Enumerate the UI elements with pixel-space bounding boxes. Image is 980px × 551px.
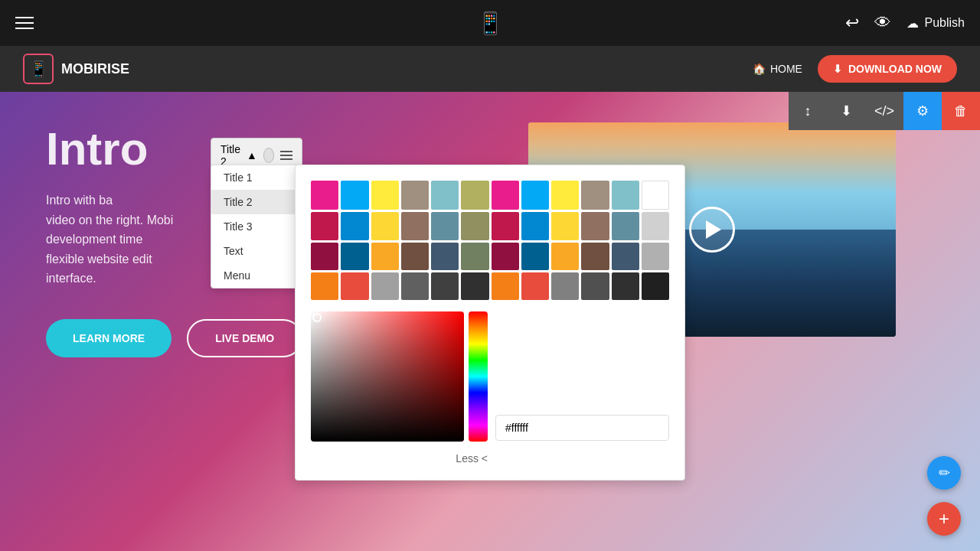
download-label: DOWNLOAD NOW [848, 63, 942, 75]
swatch[interactable] [521, 272, 549, 300]
move-icon-button[interactable]: ↕ [789, 92, 827, 130]
swatch[interactable] [461, 272, 488, 300]
swatch[interactable] [492, 243, 519, 270]
phone-icon: 📱 [477, 11, 504, 36]
swatch[interactable] [612, 243, 639, 270]
swatch[interactable] [581, 243, 609, 270]
dropdown-arrow-icon: ▲ [247, 149, 257, 161]
learn-more-button[interactable]: LEARN MORE [46, 319, 172, 357]
nav-bar: 📱 MOBIRISE 🏠 HOME ⬇ DOWNLOAD NOW [0, 46, 980, 92]
hex-input[interactable] [495, 415, 669, 441]
swatch[interactable] [371, 272, 399, 300]
swatch[interactable] [551, 243, 579, 270]
top-bar-right: ↩ 👁 ☁ Publish [845, 13, 965, 33]
swatch[interactable] [551, 181, 579, 210]
swatch[interactable] [371, 243, 399, 270]
main-content: Intro Intro with ba video on the right. … [0, 92, 980, 551]
download-icon: ⬇ [833, 63, 842, 75]
play-triangle-icon [706, 220, 721, 239]
swatch-white[interactable] [642, 181, 669, 210]
download-button[interactable]: ⬇ DOWNLOAD NOW [818, 55, 957, 83]
preview-icon[interactable]: 👁 [874, 13, 891, 33]
swatch[interactable] [642, 272, 669, 300]
swatch[interactable] [642, 212, 669, 240]
edit-pencil-icon: ✏ [939, 465, 950, 481]
swatch[interactable] [461, 212, 488, 240]
logo-icon: 📱 [23, 54, 54, 84]
top-bar-left [15, 17, 34, 29]
color-picker-panel: Less < [295, 165, 685, 481]
delete-icon-button[interactable]: 🗑 [942, 92, 980, 130]
swatch[interactable] [341, 212, 368, 240]
align-icon[interactable] [280, 151, 292, 160]
dropdown-wrapper: Title 2 ▲ Title 1 Title 2 Title 3 Text M… [211, 138, 302, 173]
swatch[interactable] [401, 243, 429, 270]
edit-fab-button[interactable]: ✏ [927, 456, 961, 490]
settings-icon-button[interactable]: ⚙ [903, 92, 942, 130]
swatch[interactable] [311, 243, 338, 270]
swatch[interactable] [551, 272, 579, 300]
swatch[interactable] [581, 181, 609, 210]
swatch[interactable] [461, 243, 488, 270]
live-demo-button[interactable]: LIVE DEMO [187, 319, 302, 357]
download-icon-button[interactable]: ⬇ [827, 92, 865, 130]
swatch[interactable] [341, 243, 368, 270]
publish-label: Publish [925, 16, 965, 30]
top-bar-center: 📱 [477, 11, 504, 36]
swatch[interactable] [311, 272, 338, 300]
swatch[interactable] [612, 181, 639, 210]
less-button[interactable]: Less < [311, 452, 488, 465]
swatch[interactable] [371, 212, 399, 240]
top-bar: 📱 ↩ 👁 ☁ Publish [0, 0, 980, 46]
swatch[interactable] [371, 181, 399, 210]
swatch[interactable] [642, 243, 669, 270]
swatch[interactable] [521, 181, 549, 210]
swatch[interactable] [612, 212, 639, 240]
swatch[interactable] [401, 272, 429, 300]
swatch[interactable] [492, 212, 519, 240]
hamburger-menu[interactable] [15, 17, 34, 29]
swatch[interactable] [401, 212, 429, 240]
swatch[interactable] [431, 243, 459, 270]
logo-text: MOBIRISE [61, 61, 129, 77]
color-swatches [311, 181, 669, 300]
code-icon-button[interactable]: </> [865, 92, 903, 130]
publish-button[interactable]: ☁ Publish [906, 16, 965, 31]
gradient-picker[interactable] [311, 311, 464, 442]
swatch[interactable] [431, 181, 459, 210]
toolbar-icons: ↕ ⬇ </> ⚙ 🗑 [789, 92, 980, 130]
swatch[interactable] [521, 243, 549, 270]
swatch[interactable] [341, 272, 368, 300]
swatch[interactable] [551, 212, 579, 240]
swatch[interactable] [612, 272, 639, 300]
plus-icon: + [939, 508, 949, 530]
dropdown-item-title2[interactable]: Title 2 [211, 190, 302, 214]
dropdown-item-title3[interactable]: Title 3 [211, 214, 302, 239]
swatch[interactable] [521, 212, 549, 240]
hue-spectrum[interactable] [469, 311, 488, 442]
hex-input-wrapper [495, 311, 669, 441]
swatch[interactable] [431, 212, 459, 240]
swatch[interactable] [311, 181, 338, 210]
dropdown-item-title1[interactable]: Title 1 [211, 165, 302, 190]
undo-icon[interactable]: ↩ [845, 13, 859, 33]
swatch[interactable] [341, 181, 368, 210]
home-icon: 🏠 [753, 63, 766, 75]
swatch[interactable] [401, 181, 429, 210]
swatch[interactable] [492, 272, 519, 300]
color-circle[interactable] [263, 148, 274, 163]
home-link[interactable]: 🏠 HOME [753, 63, 802, 75]
gradient-dark [311, 311, 464, 442]
cloud-upload-icon: ☁ [906, 16, 919, 31]
swatch[interactable] [492, 181, 519, 210]
dropdown-item-text[interactable]: Text [211, 239, 302, 263]
swatch[interactable] [431, 272, 459, 300]
swatch[interactable] [581, 272, 609, 300]
add-fab-button[interactable]: + [927, 502, 961, 536]
swatch[interactable] [581, 212, 609, 240]
nav-right: 🏠 HOME ⬇ DOWNLOAD NOW [753, 55, 957, 83]
swatch[interactable] [311, 212, 338, 240]
play-button[interactable] [689, 207, 735, 253]
dropdown-item-menu[interactable]: Menu [211, 263, 302, 288]
swatch[interactable] [461, 181, 488, 210]
